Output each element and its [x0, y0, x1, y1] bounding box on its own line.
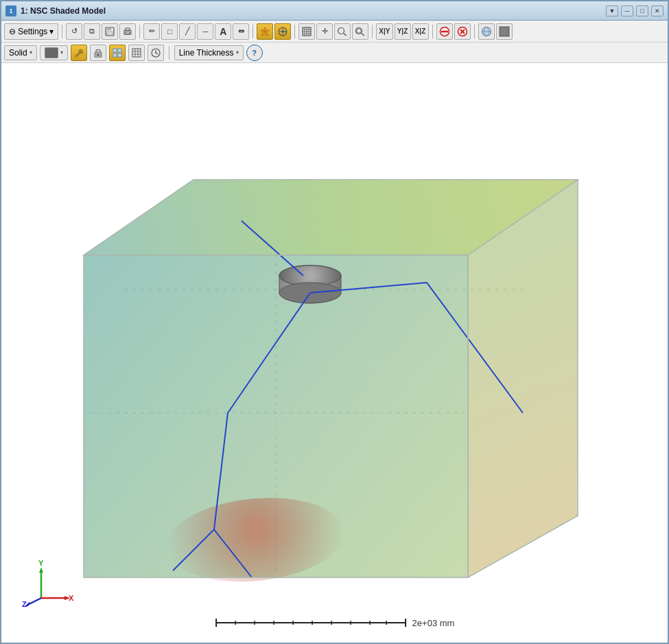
scale-bar: 2e+03 mm: [215, 617, 455, 629]
zoom-in-button[interactable]: [334, 23, 351, 40]
toolbar-row-1: ⊖ Settings ▾ ↺ ⧉ ✏ □ ╱ ─ A ⇔: [1, 21, 668, 43]
svg-point-49: [155, 52, 156, 53]
wrench-icon: [74, 48, 84, 58]
color-arrow-icon: ▾: [60, 49, 63, 56]
svg-point-7: [263, 30, 266, 33]
lock-button[interactable]: [90, 45, 106, 61]
svg-line-22: [344, 33, 347, 36]
help-button[interactable]: ?: [246, 45, 263, 61]
solid-view-icon: [499, 26, 510, 37]
text-button[interactable]: A: [215, 23, 231, 40]
svg-marker-51: [39, 567, 43, 573]
star-icon: [259, 26, 270, 37]
svg-rect-2: [107, 32, 113, 35]
globe-icon: [481, 26, 492, 37]
main-window: 1 1: NSC Shaded Model ▼ ─ □ ✕ ⊖ Settings…: [0, 0, 669, 644]
svg-text:X: X: [69, 594, 74, 602]
settings-label: Settings: [18, 27, 47, 36]
svg-rect-25: [357, 29, 361, 33]
zoom-rect-button[interactable]: [352, 23, 368, 40]
xy-button[interactable]: X|Y: [376, 23, 392, 40]
refresh-button[interactable]: ↺: [66, 23, 82, 40]
arrows-button[interactable]: ⇔: [233, 23, 249, 40]
svg-point-36: [97, 53, 99, 56]
solid-label: Solid: [9, 48, 27, 58]
svg-point-12: [284, 30, 286, 32]
rectangle-button[interactable]: □: [161, 23, 178, 40]
zoom-icon: [337, 27, 348, 36]
line-thickness-dropdown[interactable]: Line Thickness ▾: [174, 45, 244, 60]
svg-rect-41: [132, 49, 141, 57]
settings-button[interactable]: ⊖ Settings ▾: [4, 23, 58, 40]
window-icon: 1: [5, 5, 16, 16]
no-entry-1-icon: [439, 26, 450, 37]
svg-rect-5: [126, 32, 130, 34]
svg-rect-1: [107, 27, 111, 30]
no-entry-1-button[interactable]: [436, 23, 453, 40]
axis-view-icon: [277, 26, 288, 37]
axis-view-button[interactable]: [274, 23, 291, 40]
svg-point-11: [282, 28, 284, 30]
pan-button[interactable]: ✛: [316, 23, 333, 40]
title-bar: 1 1: NSC Shaded Model ▼ ─ □ ✕: [1, 1, 668, 21]
clock-icon: [151, 48, 161, 58]
layers-button[interactable]: [128, 45, 145, 61]
svg-point-21: [338, 27, 344, 34]
toolbar-row-2: Solid ▾ ▾: [1, 43, 668, 63]
svg-rect-39: [113, 53, 117, 57]
separator-7: [474, 25, 475, 38]
line-button[interactable]: ╱: [179, 23, 196, 40]
separator-1: [62, 25, 62, 38]
yz-button[interactable]: Y|Z: [395, 23, 411, 40]
no-entry-2-icon: [457, 26, 468, 37]
3d-viewport-canvas: [1, 63, 668, 643]
maximize-btn[interactable]: □: [636, 5, 648, 16]
xz-button[interactable]: X|Z: [412, 23, 429, 40]
lock-icon: [94, 48, 102, 58]
svg-rect-40: [118, 53, 121, 57]
grid-button[interactable]: [109, 45, 126, 61]
close-btn[interactable]: ✕: [651, 5, 664, 16]
separator-2: [139, 25, 140, 38]
save-button[interactable]: [102, 23, 118, 40]
window-controls: ▼ ─ □ ✕: [606, 5, 664, 16]
svg-line-24: [362, 33, 365, 36]
globe-button[interactable]: [478, 23, 495, 40]
save-icon: [105, 27, 115, 36]
viewport-area[interactable]: Y X Z: [1, 63, 668, 643]
dash-button[interactable]: ─: [197, 23, 213, 40]
svg-text:Y: Y: [38, 560, 44, 567]
svg-rect-34: [500, 27, 509, 36]
svg-text:Z: Z: [22, 600, 27, 608]
print-button[interactable]: [119, 23, 136, 40]
svg-rect-37: [113, 49, 117, 52]
separator-4: [294, 25, 295, 38]
solid-view-button[interactable]: [496, 23, 513, 40]
dropdown-btn[interactable]: ▼: [606, 5, 618, 16]
clock-button[interactable]: [148, 45, 164, 61]
scale-bar-svg: [215, 617, 407, 629]
layers-icon: [132, 48, 141, 58]
separator-5: [372, 25, 373, 38]
copy-button[interactable]: ⧉: [84, 23, 100, 40]
separator-3: [253, 25, 253, 38]
minimize-btn[interactable]: ─: [621, 5, 633, 16]
color-dropdown[interactable]: ▾: [40, 45, 68, 60]
color-swatch: [45, 47, 58, 58]
line-thickness-arrow-icon: ▾: [236, 49, 239, 56]
settings-arrow-icon: ▾: [49, 27, 54, 36]
pencil-button[interactable]: ✏: [143, 23, 160, 40]
zoom-rect-icon: [355, 27, 366, 36]
fit-icon: [301, 26, 312, 37]
separator-8: [169, 46, 169, 60]
no-entry-2-button[interactable]: [454, 23, 471, 40]
fit-button[interactable]: [298, 23, 315, 40]
settings-chevron-icon: ⊖: [9, 27, 16, 36]
svg-line-56: [27, 598, 41, 605]
wrench-button[interactable]: [71, 45, 87, 61]
svg-point-13: [282, 30, 284, 32]
svg-rect-38: [118, 49, 121, 52]
solid-dropdown[interactable]: Solid ▾: [4, 45, 37, 60]
print-icon: [123, 27, 132, 36]
star-button[interactable]: [257, 23, 273, 40]
